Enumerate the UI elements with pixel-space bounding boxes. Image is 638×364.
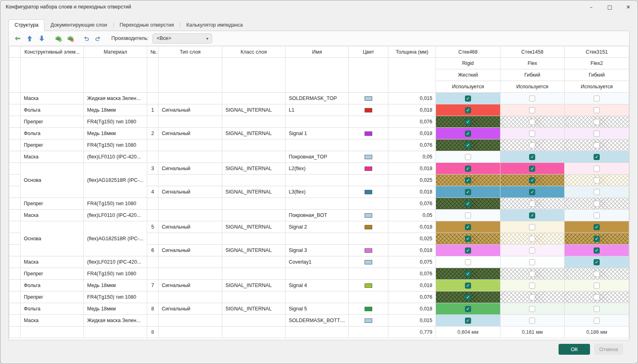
row-selector-cell[interactable]: [9, 116, 21, 128]
material-cell[interactable]: Жидкая маска Зелен...: [84, 315, 147, 327]
row-selector-cell[interactable]: [9, 268, 21, 280]
layer-used-checkbox[interactable]: ✓: [529, 212, 535, 218]
layer-used-checkbox[interactable]: ✓: [529, 189, 535, 195]
element-cell[interactable]: Препрег: [21, 116, 84, 128]
thickness-cell[interactable]: 0,05: [388, 151, 436, 163]
color-swatch[interactable]: [365, 225, 372, 229]
layer-used-checkbox[interactable]: ✓: [465, 224, 471, 230]
material-cell[interactable]: FR4(Tg150) тип 1080: [84, 291, 147, 303]
row-selector-cell[interactable]: [9, 291, 21, 303]
element-cell[interactable]: Препрег: [21, 268, 84, 280]
color-swatch[interactable]: [365, 248, 372, 253]
layer-name-cell[interactable]: Signal 1: [286, 128, 349, 139]
layer-used-checkbox[interactable]: [594, 131, 600, 137]
stack-usage-cell[interactable]: ✓: [500, 175, 565, 186]
element-cell[interactable]: Маска: [21, 256, 84, 268]
stack-usage-cell[interactable]: [436, 151, 500, 163]
thickness-cell[interactable]: 0,018: [388, 245, 436, 256]
thickness-cell[interactable]: 0,018: [388, 186, 436, 198]
layer-used-checkbox[interactable]: [529, 107, 535, 113]
layer-used-checkbox[interactable]: [529, 259, 535, 265]
layer-used-checkbox[interactable]: [594, 212, 600, 218]
layer-name-cell[interactable]: L2(flex): [286, 163, 349, 175]
color-cell[interactable]: [349, 315, 388, 327]
material-cell[interactable]: (flex)LF0210 (IPC-420...: [84, 256, 147, 268]
stack-usage-cell[interactable]: ✓: [436, 221, 500, 233]
layer-name-cell[interactable]: [286, 291, 349, 303]
layer-used-checkbox[interactable]: [594, 107, 600, 113]
color-cell[interactable]: [349, 151, 388, 163]
layer-name-cell[interactable]: Signal 2: [286, 221, 349, 233]
element-cell[interactable]: Основа: [21, 163, 84, 198]
stack-usage-cell[interactable]: [500, 104, 565, 116]
layer-used-checkbox[interactable]: ✓: [529, 154, 535, 160]
layer-used-checkbox[interactable]: ✓: [465, 107, 471, 113]
layer-type-cell[interactable]: Сигнальный: [158, 221, 222, 233]
material-cell[interactable]: FR4(Tg150) тип 1080: [84, 268, 147, 280]
material-cell[interactable]: (flex)AG182518R (IPC-...: [84, 221, 147, 256]
ok-button[interactable]: ОК: [559, 344, 590, 355]
layer-used-checkbox[interactable]: [529, 142, 535, 148]
thickness-cell[interactable]: 0,076: [388, 268, 436, 280]
layer-used-checkbox[interactable]: [529, 201, 535, 207]
element-cell[interactable]: Маска: [21, 315, 84, 327]
layer-type-cell[interactable]: [158, 233, 222, 245]
tab-vias[interactable]: Переходные отверстия: [114, 19, 180, 31]
color-cell[interactable]: [349, 186, 388, 198]
stack-usage-cell[interactable]: ✓: [436, 198, 500, 210]
layer-used-checkbox[interactable]: ✓: [529, 166, 535, 172]
undo-button[interactable]: [81, 33, 92, 44]
stack-usage-cell[interactable]: [565, 198, 629, 210]
layer-used-checkbox[interactable]: ✓: [465, 189, 471, 195]
stack-usage-cell[interactable]: ✓: [436, 104, 500, 116]
layer-used-checkbox[interactable]: ✓: [465, 142, 471, 148]
stack-usage-cell[interactable]: ✓: [500, 210, 565, 221]
stack-usage-cell[interactable]: ✓: [436, 268, 500, 280]
layer-used-checkbox[interactable]: [594, 96, 600, 102]
cancel-button[interactable]: Отмена: [594, 344, 623, 355]
color-cell[interactable]: [349, 163, 388, 175]
thickness-cell[interactable]: 0,015: [388, 93, 436, 104]
thickness-cell[interactable]: 0,075: [388, 256, 436, 268]
layer-used-checkbox[interactable]: [529, 236, 535, 242]
row-selector-cell[interactable]: [9, 151, 21, 163]
stack-usage-cell[interactable]: ✓: [436, 175, 500, 186]
layer-type-cell[interactable]: Сигнальный: [158, 186, 222, 198]
layer-used-checkbox[interactable]: ✓: [465, 201, 471, 207]
stack-usage-cell[interactable]: ✓: [436, 128, 500, 139]
element-cell[interactable]: Фольга: [21, 104, 84, 116]
layer-class-cell[interactable]: [222, 116, 286, 128]
layer-class-cell[interactable]: SIGNAL_INTERNAL: [222, 221, 286, 233]
color-swatch[interactable]: [365, 213, 372, 218]
layer-class-cell[interactable]: SIGNAL_INTERNAL: [222, 128, 286, 139]
layer-name-cell[interactable]: [286, 139, 349, 151]
move-layer-down-button[interactable]: [36, 33, 47, 44]
stack-usage-cell[interactable]: [565, 315, 629, 327]
color-cell[interactable]: [349, 291, 388, 303]
color-cell[interactable]: [349, 104, 388, 116]
color-cell[interactable]: [349, 245, 388, 256]
redo-button[interactable]: [93, 33, 104, 44]
add-layer-button[interactable]: [53, 33, 64, 44]
element-cell[interactable]: Фольга: [21, 280, 84, 291]
color-cell[interactable]: [349, 280, 388, 291]
row-selector-cell[interactable]: [9, 210, 21, 221]
layer-class-cell[interactable]: [222, 291, 286, 303]
layer-name-cell[interactable]: Signal 4: [286, 280, 349, 291]
layer-name-cell[interactable]: L1: [286, 104, 349, 116]
layer-name-cell[interactable]: Покровная_TOP: [286, 151, 349, 163]
color-swatch[interactable]: [365, 260, 372, 264]
layer-class-cell[interactable]: SIGNAL_INTERNAL: [222, 186, 286, 198]
minimize-button[interactable]: –: [582, 0, 600, 13]
layer-used-checkbox[interactable]: [529, 318, 535, 324]
color-cell[interactable]: [349, 221, 388, 233]
stack-usage-cell[interactable]: [436, 210, 500, 221]
material-cell[interactable]: (flex)AG182518R (IPC-...: [84, 163, 147, 198]
element-cell[interactable]: Препрег: [21, 139, 84, 151]
layer-type-cell[interactable]: Сигнальный: [158, 163, 222, 175]
stack-usage-cell[interactable]: ✓: [436, 315, 500, 327]
row-selector-cell[interactable]: [9, 280, 21, 291]
element-cell[interactable]: Препрег: [21, 198, 84, 210]
layer-used-checkbox[interactable]: [529, 96, 535, 102]
layer-used-checkbox[interactable]: [594, 306, 600, 312]
